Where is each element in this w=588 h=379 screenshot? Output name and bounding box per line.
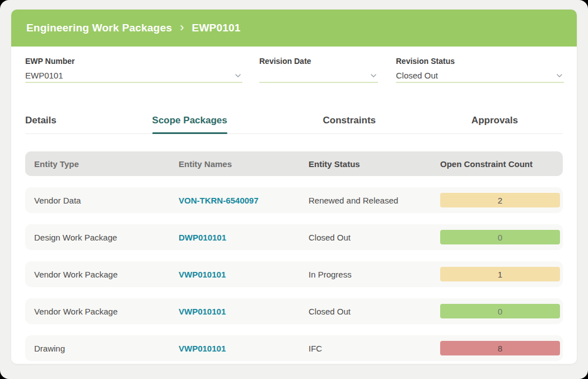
table-body: Vendor Data VON-TKRN-6540097 Renewed and… [25,187,563,361]
filter-label: Revision Status [396,56,564,66]
column-header-open-constraint-count: Open Constraint Count [440,159,572,169]
page-header: Engineering Work Packages › EWP0101 [11,10,577,47]
chevron-down-icon [556,72,563,79]
entity-name-link[interactable]: DWP010101 [179,233,309,242]
entity-status-cell: In Progress [309,270,440,279]
tab-details[interactable]: Details [25,115,57,133]
tab-approvals[interactable]: Approvals [472,115,518,133]
entity-type-cell: Vendor Data [34,196,179,205]
tabs: Details Scope Packages Constraints Appro… [25,115,518,133]
filter-label: Revision Date [259,56,378,66]
filter-ewp-number: EWP Number EWP0101 [25,56,242,83]
chevron-down-icon [235,72,241,79]
filter-revision-status: Revision Status Closed Out [396,56,564,83]
entity-status-cell: Renewed and Released [309,196,440,205]
tab-scope-packages[interactable]: Scope Packages [152,115,227,133]
filter-label: EWP Number [25,56,242,66]
tab-constraints[interactable]: Constraints [323,115,376,133]
entity-status-cell: Closed Out [309,307,440,316]
constraint-count-badge: 2 [440,193,560,207]
tab-bar: Details Scope Packages Constraints Appro… [25,115,563,134]
table-row: Drawing VWP010101 IFC 8 [25,335,563,361]
column-header-entity-type: Entity Type [34,159,179,169]
table-row: Vendor Work Package VWP010101 Closed Out… [25,298,563,324]
filter-dropdown[interactable]: Closed Out [396,68,564,83]
entity-status-cell: IFC [309,344,440,353]
breadcrumb-separator-icon: › [180,20,184,35]
entity-name-link[interactable]: VWP010101 [179,270,309,279]
filter-dropdown[interactable]: EWP0101 [25,68,242,83]
breadcrumb-root[interactable]: Engineering Work Packages [26,22,172,34]
entity-type-cell: Drawing [34,344,179,353]
main-card: Engineering Work Packages › EWP0101 EWP … [11,10,577,364]
table-row: Design Work Package DWP010101 Closed Out… [25,224,563,250]
table-row: Vendor Work Package VWP010101 In Progres… [25,261,563,287]
filter-dropdown[interactable] [259,68,378,83]
breadcrumb-current: EWP0101 [192,22,241,34]
scope-packages-table: Entity Type Entity Names Entity Status O… [25,151,563,361]
constraint-count-badge: 8 [440,341,560,355]
table-header-row: Entity Type Entity Names Entity Status O… [25,151,563,176]
constraint-count-badge: 0 [440,304,560,318]
constraint-count-badge: 0 [440,230,560,244]
column-header-entity-status: Entity Status [309,159,440,169]
entity-type-cell: Vendor Work Package [34,270,179,279]
table-row: Vendor Data VON-TKRN-6540097 Renewed and… [25,187,563,213]
chevron-down-icon [370,72,377,79]
filter-value: Closed Out [396,71,438,80]
column-header-entity-names: Entity Names [179,159,309,169]
filter-value: EWP0101 [25,71,63,80]
entity-type-cell: Vendor Work Package [34,307,179,316]
entity-name-link[interactable]: VON-TKRN-6540097 [179,196,309,205]
filter-bar: EWP Number EWP0101 Revision Date Revisio… [25,56,563,94]
entity-name-link[interactable]: VWP010101 [179,307,309,316]
entity-name-link[interactable]: VWP010101 [179,344,309,353]
filter-revision-date: Revision Date [259,56,378,83]
app-window: Engineering Work Packages › EWP0101 EWP … [0,0,588,379]
entity-status-cell: Closed Out [309,233,440,242]
constraint-count-badge: 1 [440,267,560,281]
entity-type-cell: Design Work Package [34,233,179,242]
